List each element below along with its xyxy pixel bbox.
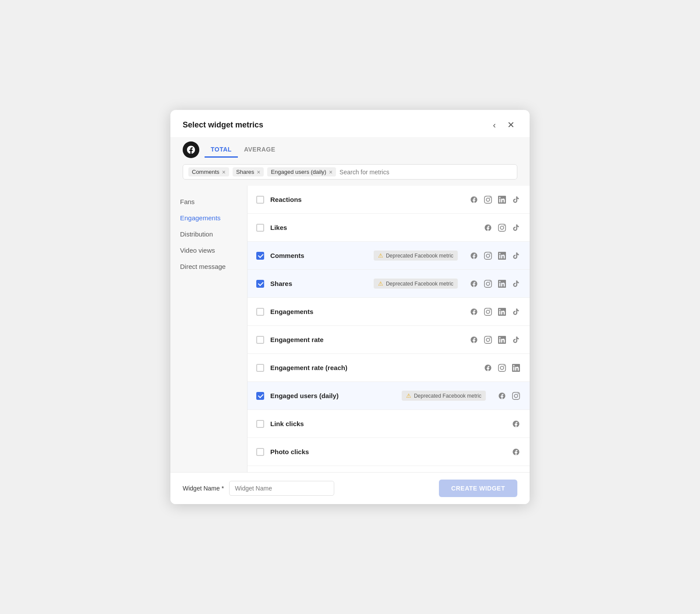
metrics-list: ReactionsLikesComments⚠Deprecated Facebo… — [247, 186, 530, 472]
tag-engaged-users-daily: Engaged users (daily) × — [267, 167, 336, 176]
deprecated-badge-shares: ⚠Deprecated Facebook metric — [374, 279, 458, 289]
deprecated-badge-engaged_users_daily: ⚠Deprecated Facebook metric — [402, 391, 486, 401]
metric-row-engaged_users_daily: Engaged users (daily)⚠Deprecated Faceboo… — [247, 382, 530, 410]
checkbox-comments[interactable] — [256, 252, 264, 260]
platform-icons-engagement_rate — [469, 335, 521, 345]
metric-name-engagement_rate_reach: Engagement rate (reach) — [270, 364, 472, 371]
facebook-platform-icon — [483, 363, 493, 373]
facebook-platform-icon — [469, 251, 479, 261]
modal-body: Fans Engagements Distribution Video view… — [170, 186, 530, 472]
facebook-platform-icon — [469, 335, 479, 345]
tag-shares-remove[interactable]: × — [257, 169, 260, 175]
instagram-platform-icon — [483, 251, 493, 261]
sidebar: Fans Engagements Distribution Video view… — [170, 186, 247, 472]
metric-row-link_clicks: Link clicks — [247, 410, 530, 438]
metric-row-engagement_rate_reach: Engagement rate (reach) — [247, 354, 530, 382]
tab-total[interactable]: TOTAL — [205, 142, 238, 158]
deprecated-badge-comments: ⚠Deprecated Facebook metric — [374, 251, 458, 261]
checkbox-link_clicks[interactable] — [256, 420, 264, 428]
platform-icons-comments — [469, 251, 521, 261]
platform-icon-facebook — [183, 141, 199, 158]
metric-name-engagements: Engagements — [270, 308, 458, 315]
checkbox-shares[interactable] — [256, 280, 264, 288]
metric-name-engagement_rate: Engagement rate — [270, 336, 458, 343]
sidebar-item-video-views[interactable]: Video views — [170, 242, 247, 258]
facebook-platform-icon — [469, 307, 479, 317]
tag-shares: Shares × — [233, 167, 264, 176]
tag-comments-remove[interactable]: × — [222, 169, 226, 175]
checkbox-engagements[interactable] — [256, 308, 264, 316]
instagram-platform-icon — [483, 195, 493, 205]
checkbox-likes[interactable] — [256, 224, 264, 232]
close-button[interactable]: ✕ — [505, 120, 517, 130]
back-button[interactable]: ‹ — [490, 120, 498, 130]
checkbox-engaged_users_daily[interactable] — [256, 392, 264, 400]
facebook-platform-icon — [511, 419, 521, 429]
metric-row-likes: Likes — [247, 214, 530, 242]
metric-row-photo_clicks: Photo clicks — [247, 438, 530, 466]
instagram-platform-icon — [511, 391, 521, 401]
checkbox-reactions[interactable] — [256, 196, 264, 204]
tiktok-platform-icon — [511, 307, 521, 317]
linkedin-platform-icon — [497, 335, 507, 345]
warn-icon: ⚠ — [406, 392, 411, 399]
tab-average[interactable]: AVERAGE — [238, 142, 282, 158]
top-controls: TOTAL AVERAGE Comments × Shares × Engage… — [170, 137, 530, 186]
platform-icons-reactions — [469, 195, 521, 205]
metric-row-comments: Comments⚠Deprecated Facebook metric — [247, 242, 530, 270]
linkedin-platform-icon — [511, 363, 521, 373]
metric-name-photo_clicks: Photo clicks — [270, 448, 500, 455]
metric-row-video_plays: Video plays — [247, 466, 530, 472]
metric-row-shares: Shares⚠Deprecated Facebook metric — [247, 270, 530, 298]
tiktok-platform-icon — [511, 223, 521, 233]
sidebar-item-distribution[interactable]: Distribution — [170, 226, 247, 242]
instagram-platform-icon — [497, 223, 507, 233]
metric-name-engaged_users_daily: Engaged users (daily) — [270, 392, 396, 399]
linkedin-platform-icon — [497, 279, 507, 289]
metric-name-reactions: Reactions — [270, 196, 458, 203]
platform-icons-engaged_users_daily — [497, 391, 521, 401]
sidebar-item-fans[interactable]: Fans — [170, 194, 247, 210]
metric-row-engagement_rate: Engagement rate — [247, 326, 530, 354]
modal-footer: Widget Name * CREATE WIDGET — [170, 472, 530, 504]
facebook-platform-icon — [511, 447, 521, 457]
metric-name-likes: Likes — [270, 224, 472, 231]
sidebar-item-engagements[interactable]: Engagements — [170, 210, 247, 226]
select-widget-metrics-modal: Select widget metrics ‹ ✕ TOTAL AVERAGE … — [170, 110, 530, 504]
instagram-platform-icon — [483, 307, 493, 317]
instagram-platform-icon — [497, 363, 507, 373]
linkedin-platform-icon — [497, 307, 507, 317]
metric-row-reactions: Reactions — [247, 186, 530, 214]
metric-name-comments: Comments — [270, 252, 368, 259]
linkedin-platform-icon — [497, 195, 507, 205]
facebook-icon — [186, 145, 196, 155]
platform-icons-shares — [469, 279, 521, 289]
checkbox-photo_clicks[interactable] — [256, 448, 264, 456]
warn-icon: ⚠ — [378, 280, 383, 287]
widget-name-input[interactable] — [229, 481, 334, 496]
checkbox-engagement_rate[interactable] — [256, 336, 264, 344]
instagram-platform-icon — [483, 335, 493, 345]
search-input[interactable] — [339, 169, 512, 176]
checkbox-engagement_rate_reach[interactable] — [256, 364, 264, 372]
create-widget-button[interactable]: CREATE WIDGET — [439, 480, 517, 497]
footer-left: Widget Name * — [183, 481, 334, 496]
tiktok-platform-icon — [511, 335, 521, 345]
modal-header: Select widget metrics ‹ ✕ — [170, 110, 530, 137]
linkedin-platform-icon — [497, 251, 507, 261]
search-bar: Comments × Shares × Engaged users (daily… — [183, 164, 517, 180]
facebook-platform-icon — [469, 279, 479, 289]
metric-name-shares: Shares — [270, 280, 368, 287]
tiktok-platform-icon — [511, 195, 521, 205]
tag-comments: Comments × — [188, 167, 229, 176]
widget-name-label: Widget Name * — [183, 485, 224, 492]
sidebar-item-direct-message[interactable]: Direct message — [170, 258, 247, 275]
platform-icons-engagements — [469, 307, 521, 317]
platform-icons-photo_clicks — [511, 447, 521, 457]
modal-header-actions: ‹ ✕ — [490, 120, 517, 130]
warn-icon: ⚠ — [378, 252, 383, 259]
platform-tabs: TOTAL AVERAGE — [183, 141, 517, 158]
tag-engaged-users-daily-remove[interactable]: × — [329, 169, 332, 175]
instagram-platform-icon — [483, 279, 493, 289]
facebook-platform-icon — [497, 391, 507, 401]
